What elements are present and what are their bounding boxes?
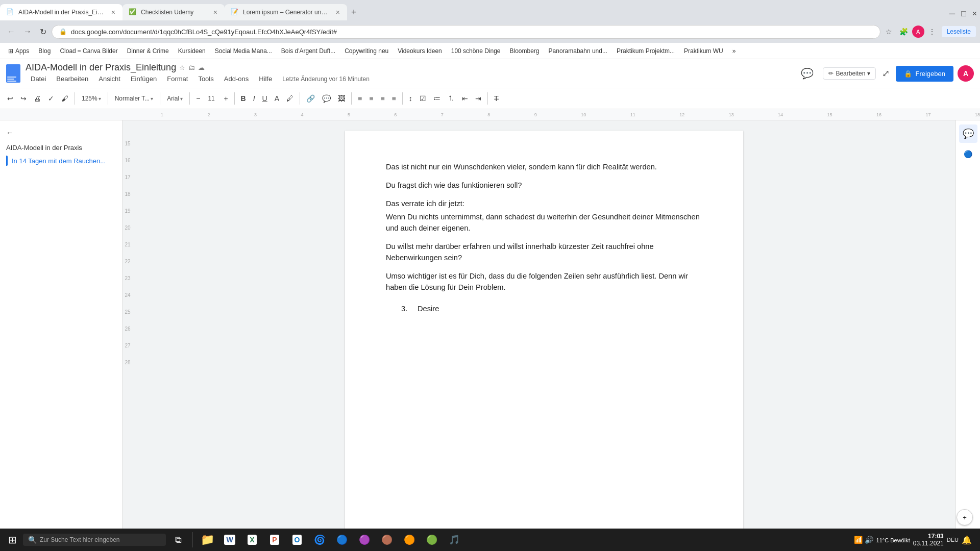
text-color-button[interactable]: A xyxy=(272,92,282,105)
sidebar-back-button[interactable]: ← xyxy=(0,126,122,140)
app7-button[interactable]: 🟣 xyxy=(354,530,375,550)
drive-icon[interactable]: 🗂 xyxy=(188,64,195,71)
right-sidebar-comments-icon[interactable]: 💬 xyxy=(959,124,977,143)
network-icon[interactable]: 📶 xyxy=(854,536,863,544)
bookmark-praktikum[interactable]: Praktikum Projektm... xyxy=(612,46,679,56)
menu-einfügen[interactable]: Einfügen xyxy=(126,73,162,85)
spellcheck-button[interactable]: ✓ xyxy=(45,92,57,105)
forward-button[interactable]: → xyxy=(20,25,35,38)
star-icon[interactable]: ☆ xyxy=(179,64,185,71)
font-dropdown[interactable]: Arial ▾ xyxy=(163,93,186,104)
justify-button[interactable]: ≡ xyxy=(389,92,399,105)
taskbar-search-bar[interactable]: 🔍 Zur Suche Text hier eingeben xyxy=(23,534,166,546)
bookmark-videokurs[interactable]: Videokurs Ideen xyxy=(394,46,446,56)
align-right-button[interactable]: ≡ xyxy=(377,92,387,105)
align-center-button[interactable]: ≡ xyxy=(366,92,376,105)
file-explorer-button[interactable]: 📁 xyxy=(197,530,217,550)
bold-button[interactable]: B xyxy=(238,92,249,105)
back-button[interactable]: ← xyxy=(4,25,18,38)
decrease-font-button[interactable]: − xyxy=(193,92,203,105)
line-spacing-button[interactable]: ↕ xyxy=(406,92,415,105)
menu-format[interactable]: Format xyxy=(162,73,193,85)
tab-close-lorem[interactable]: × xyxy=(335,8,341,17)
style-dropdown[interactable]: Normaler T... ▾ xyxy=(111,93,157,104)
menu-tools[interactable]: Tools xyxy=(193,73,218,85)
bookmark-blog[interactable]: Blog xyxy=(34,46,55,56)
close-button[interactable]: × xyxy=(969,7,980,20)
leseliste-button[interactable]: Leseliste xyxy=(942,26,976,37)
redo-button[interactable]: ↪ xyxy=(17,92,30,105)
menu-button[interactable]: ⋮ xyxy=(925,26,939,38)
address-bar[interactable]: 🔒 docs.google.com/document/d/1qqc0hCfBLo… xyxy=(52,25,880,39)
profile-button[interactable]: A xyxy=(912,26,924,38)
highlight-button[interactable]: 🖊 xyxy=(283,92,297,105)
print-button[interactable]: 🖨 xyxy=(31,92,44,105)
menu-datei[interactable]: Datei xyxy=(26,73,51,85)
decrease-indent-button[interactable]: ⇤ xyxy=(459,92,471,105)
bookmark-more[interactable]: » xyxy=(728,46,740,56)
align-left-button[interactable]: ≡ xyxy=(355,92,365,105)
app8-button[interactable]: 🟤 xyxy=(377,530,397,550)
expand-button[interactable]: ⤢ xyxy=(880,66,892,81)
app10-button[interactable]: 🟢 xyxy=(422,530,442,550)
menu-bearbeiten[interactable]: Bearbeiten xyxy=(51,73,93,85)
paint-format-button[interactable]: 🖌 xyxy=(58,92,71,105)
scroll-to-bottom-button[interactable]: + xyxy=(957,509,973,525)
maximize-button[interactable]: □ xyxy=(958,7,969,20)
new-tab-button[interactable]: + xyxy=(347,5,361,20)
bookmark-copywriting[interactable]: Copywriting neu xyxy=(340,46,393,56)
link-button[interactable]: 🔗 xyxy=(303,92,318,105)
bookmark-bloomberg[interactable]: Bloomberg xyxy=(506,46,544,56)
bookmark-apps[interactable]: ⊞ Apps xyxy=(4,46,33,56)
menu-hilfe[interactable]: Hilfe xyxy=(254,73,277,85)
underline-button[interactable]: U xyxy=(259,92,271,105)
task-view-button[interactable]: ⧉ xyxy=(168,530,188,550)
document-page[interactable]: Das ist nicht nur ein Wunschdenken viele… xyxy=(345,131,743,539)
bookmark-kursideen[interactable]: Kursideen xyxy=(174,46,210,56)
add-comment-button[interactable]: 💬 xyxy=(796,64,819,83)
speaker-icon[interactable]: 🔊 xyxy=(865,536,873,544)
right-sidebar-chat-icon[interactable]: 🔵 xyxy=(959,145,977,163)
tab-lorem[interactable]: 📝 Lorem ipsum – Generator und In... × xyxy=(225,4,347,20)
share-button[interactable]: 🔒 Freigeben xyxy=(896,66,953,82)
cloud-icon[interactable]: ☁ xyxy=(198,64,205,71)
bookmark-star-button[interactable]: ☆ xyxy=(883,26,895,38)
bookmark-wu[interactable]: Praktikum WU xyxy=(680,46,727,56)
tab-checklisten[interactable]: ✅ Checklisten Udemy × xyxy=(122,4,225,20)
extensions-button[interactable]: 🧩 xyxy=(896,26,911,38)
bookmark-panorama[interactable]: Panoramabahn und... xyxy=(545,46,611,56)
increase-font-button[interactable]: + xyxy=(220,92,231,105)
office-button[interactable]: 🌀 xyxy=(309,530,330,550)
increase-indent-button[interactable]: ⇥ xyxy=(472,92,484,105)
image-button[interactable]: 🖼 xyxy=(335,92,348,105)
word-button[interactable]: W xyxy=(219,530,240,550)
bookmark-social[interactable]: Social Media Mana... xyxy=(211,46,276,56)
comment-button[interactable]: 💬 xyxy=(319,92,334,105)
user-avatar[interactable]: A xyxy=(958,65,974,82)
tab-docs[interactable]: 📄 AIDA-Modell in der Praxis_Einlei... × xyxy=(0,4,122,20)
start-button[interactable]: ⊞ xyxy=(4,532,21,548)
document-content[interactable]: Das ist nicht nur ein Wunschdenken viele… xyxy=(386,161,702,314)
reload-button[interactable]: ↻ xyxy=(37,25,50,39)
minimize-button[interactable]: ─ xyxy=(946,7,958,20)
clear-formatting-button[interactable]: T̶ xyxy=(491,92,502,105)
sidebar-item-active[interactable]: In 14 Tagen mit dem Rauchen... xyxy=(0,154,122,168)
italic-button[interactable]: I xyxy=(250,92,258,105)
spotify-button[interactable]: 🎵 xyxy=(444,530,464,550)
language-indicator[interactable]: DEU xyxy=(947,537,959,543)
numbered-list-button[interactable]: ⒈ xyxy=(445,92,458,105)
menu-ansicht[interactable]: Ansicht xyxy=(93,73,126,85)
bookmark-bois[interactable]: Bois d'Argent Duft... xyxy=(277,46,339,56)
bullets-button[interactable]: ≔ xyxy=(430,92,444,105)
chrome-button[interactable]: 🔵 xyxy=(332,530,352,550)
notification-icon[interactable]: 🔔 xyxy=(962,535,972,545)
powerpoint-button[interactable]: P xyxy=(264,530,285,550)
menu-addons[interactable]: Add-ons xyxy=(219,73,254,85)
outlook-button[interactable]: O xyxy=(287,530,307,550)
excel-button[interactable]: X xyxy=(242,530,262,550)
tab-close-docs[interactable]: × xyxy=(110,8,116,17)
bookmark-schöne[interactable]: 100 schöne Dinge xyxy=(447,46,505,56)
tab-close-checklisten[interactable]: × xyxy=(212,8,218,17)
checklist-button[interactable]: ☑ xyxy=(416,92,429,105)
zoom-dropdown[interactable]: 125% ▾ xyxy=(78,93,105,104)
